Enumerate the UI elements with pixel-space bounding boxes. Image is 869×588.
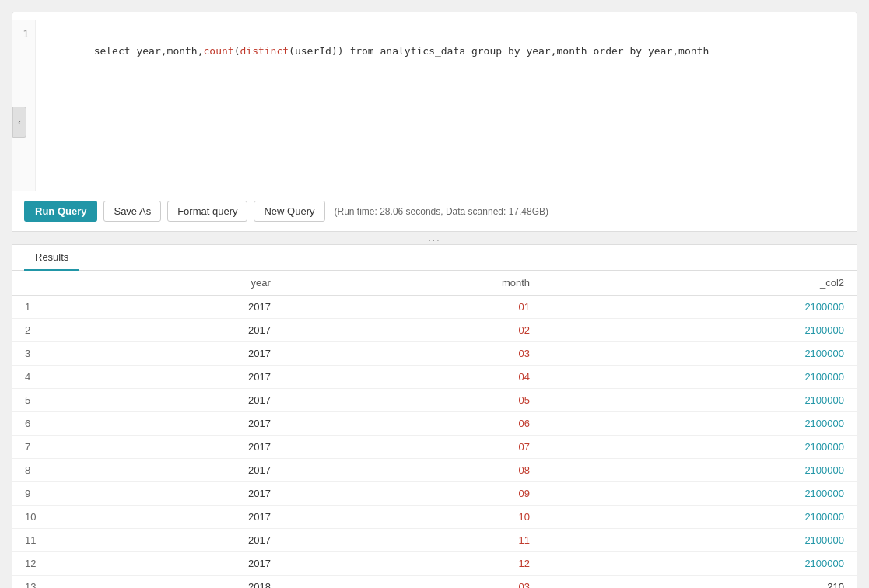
cell-index: 10 xyxy=(12,506,51,529)
cell-index: 7 xyxy=(12,436,51,459)
editor-wrapper: 1 select year,month,count(distinct(userI… xyxy=(12,20,857,191)
cell-col2: 210 xyxy=(542,576,857,589)
cell-month: 10 xyxy=(283,506,542,529)
table-row: 1 2017 01 2100000 xyxy=(12,296,857,319)
results-tabs: Results xyxy=(12,245,857,271)
results-tbody: 1 2017 01 2100000 2 2017 02 2100000 3 20… xyxy=(12,296,857,589)
cell-index: 2 xyxy=(12,319,51,342)
cell-month: 12 xyxy=(283,552,542,576)
cell-index: 1 xyxy=(12,296,51,319)
table-header-row: year month _col2 xyxy=(12,271,857,296)
tab-results[interactable]: Results xyxy=(24,245,79,271)
cell-col2: 2100000 xyxy=(542,366,857,389)
cell-col2: 2100000 xyxy=(542,319,857,342)
kw-from: from xyxy=(349,45,380,57)
cell-year: 2018 xyxy=(51,576,283,589)
cell-year: 2017 xyxy=(51,436,283,459)
cell-month: 03 xyxy=(283,576,542,589)
cell-month: 01 xyxy=(283,296,542,319)
sql-code-display[interactable]: select year,month,count(distinct(userId)… xyxy=(36,20,857,191)
kw-select: select xyxy=(94,45,137,57)
kw-group: group by xyxy=(471,45,526,57)
cell-col2: 2100000 xyxy=(542,506,857,529)
cell-index: 3 xyxy=(12,342,51,366)
table-row: 7 2017 07 2100000 xyxy=(12,436,857,459)
fn-count: count xyxy=(204,45,234,57)
query-editor-section: ‹ 1 select year,month,count(distinct(use… xyxy=(12,12,857,231)
cell-index: 6 xyxy=(12,412,51,436)
table-row: 6 2017 06 2100000 xyxy=(12,412,857,436)
cell-index: 13 xyxy=(12,576,51,589)
cell-year: 2017 xyxy=(51,319,283,342)
cell-col2: 2100000 xyxy=(542,482,857,506)
cell-year: 2017 xyxy=(51,529,283,552)
cell-month: 02 xyxy=(283,319,542,342)
kw-order: order by xyxy=(593,45,647,57)
cell-col2: 2100000 xyxy=(542,552,857,576)
table-row: 8 2017 08 2100000 xyxy=(12,459,857,482)
format-query-button[interactable]: Format query xyxy=(167,201,247,222)
new-query-button[interactable]: New Query xyxy=(254,201,324,222)
table-name: analytics_data xyxy=(380,45,471,57)
results-section: Results year month _col2 1 2017 01 21000… xyxy=(12,245,857,588)
cell-month: 11 xyxy=(283,529,542,552)
cell-index: 4 xyxy=(12,366,51,389)
table-row: 2 2017 02 2100000 xyxy=(12,319,857,342)
divider-bar[interactable]: ... xyxy=(12,231,857,245)
cell-month: 09 xyxy=(283,482,542,506)
cell-year: 2017 xyxy=(51,506,283,529)
results-table: year month _col2 1 2017 01 2100000 2 201… xyxy=(12,271,857,588)
cell-col2: 2100000 xyxy=(542,389,857,412)
cell-month: 08 xyxy=(283,459,542,482)
table-row: 4 2017 04 2100000 xyxy=(12,366,857,389)
cell-year: 2017 xyxy=(51,459,283,482)
table-row: 11 2017 11 2100000 xyxy=(12,529,857,552)
cell-col2: 2100000 xyxy=(542,296,857,319)
cell-col2: 2100000 xyxy=(542,529,857,552)
line-number-1: 1 xyxy=(23,28,29,40)
cell-col2: 2100000 xyxy=(542,436,857,459)
run-info: (Run time: 28.06 seconds, Data scanned: … xyxy=(335,206,549,217)
sidebar-toggle[interactable]: ‹ xyxy=(12,107,26,138)
cell-index: 8 xyxy=(12,459,51,482)
cell-index: 11 xyxy=(12,529,51,552)
cell-col2: 2100000 xyxy=(542,412,857,436)
cell-year: 2017 xyxy=(51,389,283,412)
cell-col2: 2100000 xyxy=(542,342,857,366)
cell-year: 2017 xyxy=(51,342,283,366)
cell-col2: 2100000 xyxy=(542,459,857,482)
cell-month: 05 xyxy=(283,389,542,412)
cell-index: 12 xyxy=(12,552,51,576)
fn-distinct: distinct xyxy=(240,45,289,57)
cell-year: 2017 xyxy=(51,366,283,389)
col-year: year,month, xyxy=(136,45,203,57)
cell-year: 2017 xyxy=(51,412,283,436)
col-header-col2: _col2 xyxy=(542,271,857,296)
cell-month: 06 xyxy=(283,412,542,436)
cell-year: 2017 xyxy=(51,482,283,506)
run-query-button[interactable]: Run Query xyxy=(24,201,97,222)
table-row: 3 2017 03 2100000 xyxy=(12,342,857,366)
cell-year: 2017 xyxy=(51,296,283,319)
col-header-year: year xyxy=(51,271,283,296)
cell-index: 5 xyxy=(12,389,51,412)
line-numbers: 1 xyxy=(12,20,36,191)
toolbar: Run Query Save As Format query New Query… xyxy=(12,191,857,231)
cell-year: 2017 xyxy=(51,552,283,576)
table-row: 9 2017 09 2100000 xyxy=(12,482,857,506)
table-row: 5 2017 05 2100000 xyxy=(12,389,857,412)
table-row: 13 2018 03 210 xyxy=(12,576,857,589)
results-table-container: year month _col2 1 2017 01 2100000 2 201… xyxy=(12,271,857,588)
cell-month: 07 xyxy=(283,436,542,459)
col-header-month: month xyxy=(283,271,542,296)
cell-month: 04 xyxy=(283,366,542,389)
col-header-index xyxy=(12,271,51,296)
divider-dots: ... xyxy=(428,233,440,243)
cell-month: 03 xyxy=(283,342,542,366)
cell-index: 9 xyxy=(12,482,51,506)
main-container: ‹ 1 select year,month,count(distinct(use… xyxy=(12,12,857,588)
save-as-button[interactable]: Save As xyxy=(103,201,161,222)
table-row: 12 2017 12 2100000 xyxy=(12,552,857,576)
table-row: 10 2017 10 2100000 xyxy=(12,506,857,529)
